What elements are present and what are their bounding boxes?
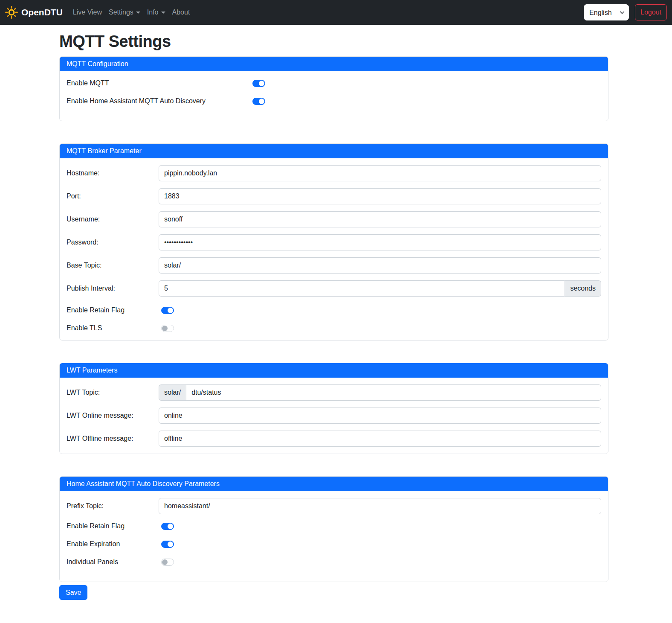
lwt-topic-prefix: solar/ — [159, 384, 186, 401]
page-title: MQTT Settings — [59, 32, 608, 51]
nav-item-about-label: About — [172, 9, 190, 16]
lwt-offline-label: LWT Offline message: — [67, 435, 159, 443]
lwt-parameters-card: LWT Parameters LWT Topic: solar/ LWT Onl… — [59, 363, 608, 454]
password-row: Password: — [67, 234, 601, 250]
mqtt-configuration-card: MQTT Configuration Enable MQTT Enable Ho… — [59, 56, 608, 121]
username-label: Username: — [67, 215, 159, 223]
publish-interval-unit: seconds — [565, 280, 601, 297]
enable-mqtt-label: Enable MQTT — [67, 79, 250, 87]
brand-label: OpenDTU — [21, 7, 63, 17]
logout-button[interactable]: Logout — [635, 4, 667, 20]
lwt-topic-row: LWT Topic: solar/ — [67, 384, 601, 401]
enable-expiration-row: Enable Expiration — [67, 539, 601, 549]
lwt-online-label: LWT Online message: — [67, 412, 159, 419]
nav-item-about[interactable]: About — [169, 5, 194, 20]
nav-item-live-view[interactable]: Live View — [70, 5, 105, 20]
individual-panels-switch[interactable] — [161, 559, 174, 566]
hass-retain-row: Enable Retain Flag — [67, 521, 601, 531]
enable-tls-row: Enable TLS — [67, 323, 601, 333]
enable-ha-discovery-row: Enable Home Assistant MQTT Auto Discover… — [67, 96, 601, 106]
sun-icon — [5, 6, 18, 19]
port-label: Port: — [67, 192, 159, 200]
nav-item-info[interactable]: Info — [144, 5, 169, 20]
nav-item-info-label: Info — [147, 9, 159, 16]
caret-down-icon — [161, 12, 165, 14]
nav-item-live-view-label: Live View — [73, 9, 102, 16]
main-content: MQTT Settings MQTT Configuration Enable … — [59, 32, 608, 600]
enable-expiration-switch[interactable] — [161, 541, 174, 548]
mqtt-broker-card: MQTT Broker Parameter Hostname: Port: Us… — [59, 143, 608, 341]
lwt-topic-label: LWT Topic: — [67, 389, 159, 396]
caret-down-icon — [136, 12, 140, 14]
username-input[interactable] — [159, 211, 601, 227]
enable-tls-label: Enable TLS — [67, 324, 159, 332]
language-select[interactable]: English — [584, 4, 629, 20]
hostname-input[interactable] — [159, 165, 601, 181]
prefix-topic-input[interactable] — [159, 498, 601, 514]
enable-mqtt-switch[interactable] — [252, 80, 265, 87]
enable-tls-switch[interactable] — [161, 325, 174, 332]
port-row: Port: — [67, 188, 601, 204]
nav-item-settings[interactable]: Settings — [105, 5, 144, 20]
hass-retain-label: Enable Retain Flag — [67, 522, 159, 530]
hass-retain-switch[interactable] — [161, 523, 174, 530]
language-select-wrap: English — [584, 4, 629, 20]
individual-panels-label: Individual Panels — [67, 558, 159, 566]
lwt-offline-row: LWT Offline message: — [67, 431, 601, 447]
main-nav: Live View Settings Info About — [70, 5, 194, 20]
mqtt-configuration-header: MQTT Configuration — [60, 57, 608, 71]
navbar: OpenDTU Live View Settings Info About En… — [0, 0, 672, 25]
hass-discovery-header: Home Assistant MQTT Auto Discovery Param… — [60, 477, 608, 491]
base-topic-row: Base Topic: — [67, 257, 601, 274]
enable-mqtt-row: Enable MQTT — [67, 78, 601, 88]
base-topic-label: Base Topic: — [67, 262, 159, 269]
enable-ha-discovery-label: Enable Home Assistant MQTT Auto Discover… — [67, 97, 250, 105]
hostname-row: Hostname: — [67, 165, 601, 181]
save-button[interactable]: Save — [59, 585, 87, 600]
broker-retain-row: Enable Retain Flag — [67, 305, 601, 315]
publish-interval-row: Publish Interval: seconds — [67, 280, 601, 297]
lwt-topic-input[interactable] — [186, 384, 601, 401]
individual-panels-row: Individual Panels — [67, 557, 601, 567]
hass-discovery-card: Home Assistant MQTT Auto Discovery Param… — [59, 476, 608, 582]
username-row: Username: — [67, 211, 601, 227]
lwt-online-input[interactable] — [159, 408, 601, 424]
prefix-topic-row: Prefix Topic: — [67, 498, 601, 514]
password-input[interactable] — [159, 234, 601, 250]
publish-interval-input[interactable] — [159, 280, 565, 297]
lwt-parameters-header: LWT Parameters — [60, 363, 608, 378]
password-label: Password: — [67, 239, 159, 246]
broker-retain-switch[interactable] — [161, 307, 174, 314]
lwt-online-row: LWT Online message: — [67, 408, 601, 424]
base-topic-input[interactable] — [159, 257, 601, 274]
nav-item-settings-label: Settings — [109, 9, 133, 16]
enable-ha-discovery-switch[interactable] — [252, 98, 265, 105]
navbar-brand[interactable]: OpenDTU — [5, 6, 63, 19]
mqtt-broker-header: MQTT Broker Parameter — [60, 144, 608, 158]
enable-expiration-label: Enable Expiration — [67, 540, 159, 548]
broker-retain-label: Enable Retain Flag — [67, 306, 159, 314]
hostname-label: Hostname: — [67, 169, 159, 177]
prefix-topic-label: Prefix Topic: — [67, 502, 159, 510]
lwt-offline-input[interactable] — [159, 431, 601, 447]
publish-interval-label: Publish Interval: — [67, 285, 159, 292]
port-input[interactable] — [159, 188, 601, 204]
